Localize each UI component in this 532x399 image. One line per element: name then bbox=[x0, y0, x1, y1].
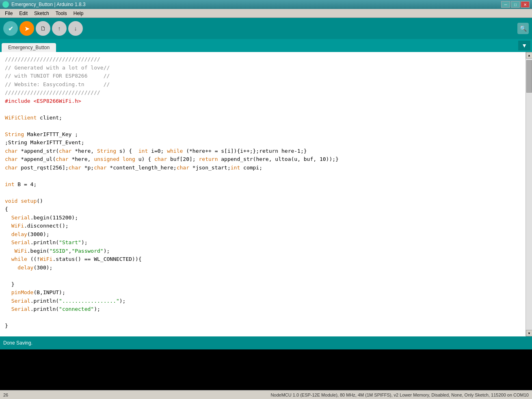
board-info: NodeMCU 1.0 (ESP-12E Module), 80 MHz, 4M… bbox=[270, 392, 529, 397]
close-button[interactable]: ✕ bbox=[521, 1, 530, 8]
upload-button[interactable]: ➤ bbox=[19, 21, 34, 36]
editor-container: ////////////////////////////// // Genera… bbox=[0, 52, 532, 336]
tab-dropdown-button[interactable]: ▼ bbox=[518, 41, 530, 50]
toolbar: ✔ ➤ 🗋 ↑ ↓ 🔍 bbox=[0, 18, 532, 39]
title-bar-controls: ─ □ ✕ bbox=[501, 1, 530, 8]
code-editor[interactable]: ////////////////////////////// // Genera… bbox=[0, 52, 526, 336]
console-area: Done Saving. bbox=[0, 336, 532, 349]
search-button[interactable]: 🔍 bbox=[517, 23, 529, 34]
menu-sketch[interactable]: Sketch bbox=[31, 10, 52, 17]
menu-file[interactable]: File bbox=[2, 10, 16, 17]
open-button[interactable]: ↑ bbox=[52, 21, 67, 36]
title-bar-title: Emergency_Button | Arduino 1.8.3 bbox=[11, 2, 86, 7]
toolbar-right: 🔍 bbox=[517, 23, 529, 34]
menu-bar: File Edit Sketch Tools Help bbox=[0, 9, 532, 18]
vertical-scrollbar[interactable]: ▲ ▼ bbox=[526, 52, 532, 336]
menu-tools[interactable]: Tools bbox=[52, 10, 70, 17]
minimize-button[interactable]: ─ bbox=[501, 1, 510, 8]
menu-edit[interactable]: Edit bbox=[16, 10, 31, 17]
scrollbar-thumb[interactable] bbox=[526, 60, 532, 93]
black-area bbox=[0, 349, 532, 390]
tab-emergency-button[interactable]: Emergency_Button bbox=[2, 43, 56, 52]
verify-button[interactable]: ✔ bbox=[3, 21, 18, 36]
line-number: 26 bbox=[3, 392, 8, 397]
menu-help[interactable]: Help bbox=[70, 10, 87, 17]
console-message: Done Saving. bbox=[3, 340, 32, 346]
title-bar-left: Emergency_Button | Arduino 1.8.3 bbox=[2, 1, 86, 8]
scroll-up-button[interactable]: ▲ bbox=[526, 52, 532, 59]
app-icon bbox=[2, 1, 9, 8]
status-bar: 26 NodeMCU 1.0 (ESP-12E Module), 80 MHz,… bbox=[0, 390, 532, 399]
scroll-down-button[interactable]: ▼ bbox=[526, 330, 532, 336]
save-button[interactable]: ↓ bbox=[68, 21, 83, 36]
maximize-button[interactable]: □ bbox=[511, 1, 520, 8]
new-button[interactable]: 🗋 bbox=[36, 21, 50, 36]
title-bar: Emergency_Button | Arduino 1.8.3 ─ □ ✕ bbox=[0, 0, 532, 9]
tab-bar: Emergency_Button ▼ bbox=[0, 39, 532, 52]
